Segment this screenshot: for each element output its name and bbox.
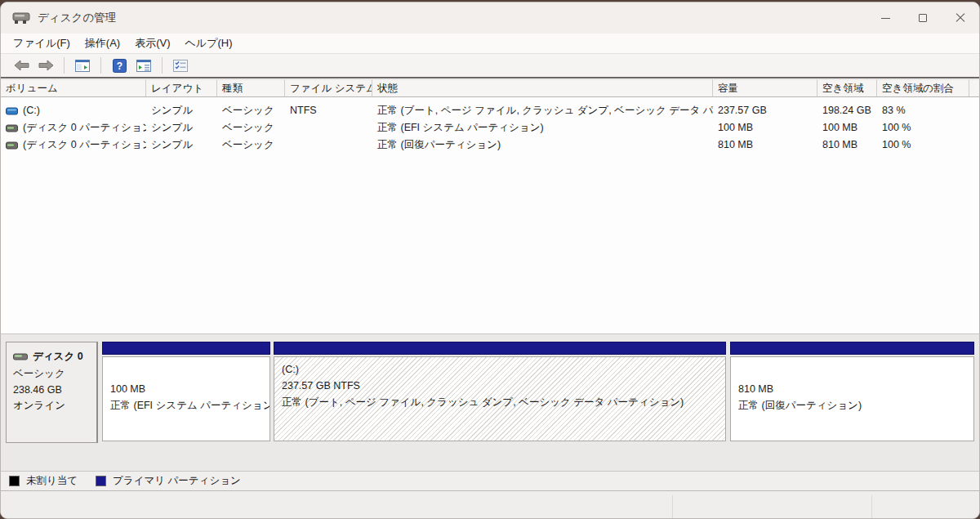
detail-pane-icon (136, 60, 151, 72)
disk-name: ディスク 0 (33, 349, 83, 365)
close-button[interactable] (942, 2, 979, 34)
primary-partition-swatch (96, 476, 106, 486)
menu-bar: ファイル(F) 操作(A) 表示(V) ヘルプ(H) (1, 34, 979, 54)
partition-color-bar (730, 342, 974, 355)
help-button[interactable]: ? (109, 56, 129, 74)
volume-layout: シンプル (146, 136, 217, 154)
column-header-type[interactable]: 種類 (217, 79, 285, 97)
volume-capacity: 100 MB (713, 119, 817, 136)
status-bar-divider (871, 495, 872, 518)
menu-action[interactable]: 操作(A) (78, 34, 127, 52)
volume-name: (ディスク 0 パーティション 4) (23, 136, 146, 154)
partition-size: 237.57 GB NTFS (282, 378, 718, 394)
forward-button[interactable] (36, 56, 56, 74)
volume-type: ベーシック (217, 102, 285, 119)
partition-size: 810 MB (738, 381, 966, 397)
close-icon (956, 13, 965, 23)
back-button[interactable] (11, 56, 31, 74)
properties-icon (173, 60, 188, 72)
volume-freespace: 198.24 GB (817, 102, 877, 119)
disk-management-window: ディスクの管理 ファイル(F) 操作(A) 表示(V) ヘルプ(H) (0, 2, 980, 519)
volume-layout: シンプル (146, 102, 217, 119)
svg-text:?: ? (116, 60, 122, 72)
toolbar-separator (100, 57, 101, 74)
properties-button[interactable] (171, 56, 190, 74)
back-icon (14, 60, 29, 71)
disk-management-app-icon (12, 11, 30, 25)
window-title: ディスクの管理 (38, 11, 116, 25)
partition-status: 正常 (EFI システム パーティション) (110, 397, 262, 414)
volume-freespace: 810 MB (817, 136, 877, 154)
toolbar: ? (1, 54, 979, 78)
column-header-freepercent[interactable]: 空き領域の割合 (877, 79, 969, 97)
column-header-status[interactable]: 状態 (372, 79, 713, 97)
partition-status: 正常 (ブート, ページ ファイル, クラッシュ ダンプ, ベーシック データ … (282, 394, 718, 410)
volume-layout: シンプル (146, 119, 217, 136)
column-header-filesystem[interactable]: ファイル システム (285, 79, 372, 97)
title-bar: ディスクの管理 (1, 2, 979, 34)
menu-file[interactable]: ファイル(F) (6, 34, 78, 52)
console-tree-button[interactable] (73, 56, 92, 74)
forward-icon (38, 60, 54, 71)
partition-efi[interactable]: 100 MB 正常 (EFI システム パーティション) (102, 342, 270, 441)
partition-size: 100 MB (110, 381, 262, 397)
partition-color-bar (274, 342, 726, 355)
volume-filesystem: NTFS (285, 102, 372, 119)
volume-status: 正常 (ブート, ページ ファイル, クラッシュ ダンプ, ベーシック データ … (372, 102, 713, 119)
volume-type: ベーシック (217, 119, 285, 136)
volume-list: ボリューム レイアウト 種類 ファイル システム 状態 容量 空き領域 空き領域… (1, 79, 980, 333)
unallocated-label: 未割り当て (26, 474, 78, 488)
volume-name: (C:) (23, 102, 40, 119)
volume-freespace: 100 MB (817, 119, 877, 136)
volume-row-partition4[interactable]: (ディスク 0 パーティション 4) シンプル ベーシック 正常 (回復パーティ… (1, 136, 980, 154)
minimize-icon (881, 18, 890, 19)
status-bar-divider (672, 495, 673, 518)
column-header-capacity[interactable]: 容量 (713, 79, 817, 97)
volume-freepercent: 100 % (877, 136, 969, 154)
volume-row-c[interactable]: (C:) シンプル ベーシック NTFS 正常 (ブート, ページ ファイル, … (1, 102, 980, 119)
partition-color-bar (102, 342, 270, 355)
maximize-icon (919, 14, 927, 22)
column-header-freespace[interactable]: 空き領域 (817, 79, 877, 97)
volume-drive-icon (6, 124, 18, 132)
partition-label: (C:) (282, 361, 718, 378)
menu-view[interactable]: 表示(V) (127, 34, 177, 52)
unallocated-swatch (9, 476, 20, 486)
graphical-view: ディスク 0 ベーシック 238.46 GB オンライン 100 MB 正常 (… (1, 333, 980, 471)
volume-capacity: 810 MB (713, 136, 817, 154)
help-icon: ? (113, 59, 127, 73)
disk0-header-panel[interactable]: ディスク 0 ベーシック 238.46 GB オンライン (6, 342, 98, 443)
volume-freepercent: 100 % (877, 119, 969, 136)
partition-c[interactable]: (C:) 237.57 GB NTFS 正常 (ブート, ページ ファイル, ク… (274, 342, 726, 441)
disk-icon (13, 353, 28, 360)
disk-size: 238.46 GB (13, 383, 90, 398)
disk-status: オンライン (13, 398, 90, 414)
menu-help[interactable]: ヘルプ(H) (178, 34, 240, 52)
volume-filesystem (285, 119, 372, 136)
status-bar (1, 492, 980, 519)
volume-freepercent: 83 % (877, 102, 969, 119)
partition-status: 正常 (回復パーティション) (738, 397, 966, 414)
disk-type: ベーシック (13, 366, 90, 382)
volume-status: 正常 (EFI システム パーティション) (372, 119, 713, 136)
volume-drive-icon (6, 107, 18, 115)
column-header-filler (969, 79, 980, 97)
volume-name: (ディスク 0 パーティション 1) (23, 119, 146, 136)
console-tree-icon (75, 60, 90, 72)
volume-row-partition1[interactable]: (ディスク 0 パーティション 1) シンプル ベーシック 正常 (EFI シス… (1, 119, 980, 136)
toolbar-separator (64, 57, 65, 74)
column-header-layout[interactable]: レイアウト (146, 79, 217, 97)
volume-filesystem (285, 136, 372, 154)
column-header-volume[interactable]: ボリューム (1, 79, 146, 97)
maximize-button[interactable] (904, 2, 942, 34)
volume-list-header: ボリューム レイアウト 種類 ファイル システム 状態 容量 空き領域 空き領域… (1, 79, 980, 97)
detail-pane-button[interactable] (134, 56, 154, 74)
legend-bar: 未割り当て プライマリ パーティション (1, 471, 980, 491)
partition-recovery[interactable]: 810 MB 正常 (回復パーティション) (730, 342, 974, 441)
volume-status: 正常 (回復パーティション) (372, 136, 713, 154)
volume-type: ベーシック (217, 136, 285, 154)
volume-drive-icon (6, 141, 18, 150)
toolbar-separator (162, 57, 163, 74)
primary-partition-label: プライマリ パーティション (113, 474, 241, 488)
minimize-button[interactable] (866, 2, 904, 34)
